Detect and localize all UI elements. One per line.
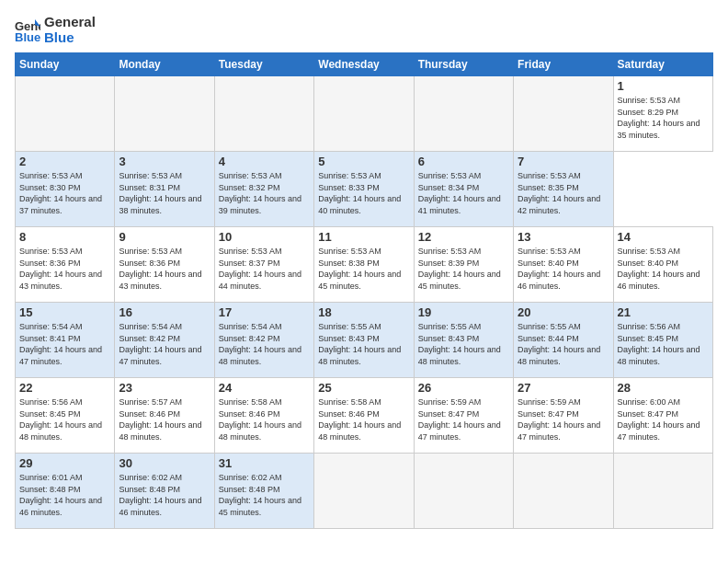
day-cell-26: 26 Sunrise: 5:59 AMSunset: 8:47 PMDaylig… xyxy=(414,378,513,454)
empty-cell xyxy=(613,454,712,529)
day-cell-7: 7 Sunrise: 5:53 AMSunset: 8:35 PMDayligh… xyxy=(514,152,613,227)
day-cell-4: 4 Sunrise: 5:53 AMSunset: 8:32 PMDayligh… xyxy=(214,152,313,227)
day-number: 18 xyxy=(318,305,409,319)
week-row-2: 2 Sunrise: 5:53 AMSunset: 8:30 PMDayligh… xyxy=(16,152,713,227)
day-cell-13: 13 Sunrise: 5:53 AMSunset: 8:40 PMDaylig… xyxy=(514,227,613,303)
day-cell-28: 28 Sunrise: 6:00 AMSunset: 8:47 PMDaylig… xyxy=(613,378,712,454)
col-header-thursday: Thursday xyxy=(414,53,513,76)
empty-cell xyxy=(514,454,613,529)
day-info: Sunrise: 5:53 AMSunset: 8:38 PMDaylight:… xyxy=(318,246,409,292)
day-number: 26 xyxy=(418,381,509,395)
day-number: 21 xyxy=(618,305,709,319)
day-number: 11 xyxy=(318,230,409,244)
day-cell-10: 10 Sunrise: 5:53 AMSunset: 8:37 PMDaylig… xyxy=(214,227,313,303)
day-cell-14: 14 Sunrise: 5:53 AMSunset: 8:40 PMDaylig… xyxy=(613,227,712,303)
day-info: Sunrise: 5:54 AMSunset: 8:42 PMDaylight:… xyxy=(119,321,210,367)
day-cell-1: 1 Sunrise: 5:53 AMSunset: 8:29 PMDayligh… xyxy=(613,76,712,152)
logo: General Blue General Blue xyxy=(15,15,96,45)
day-number: 12 xyxy=(418,230,509,244)
empty-cell xyxy=(16,76,115,152)
day-info: Sunrise: 5:53 AMSunset: 8:40 PMDaylight:… xyxy=(618,246,709,292)
day-cell-5: 5 Sunrise: 5:53 AMSunset: 8:33 PMDayligh… xyxy=(314,152,414,227)
day-info: Sunrise: 5:55 AMSunset: 8:43 PMDaylight:… xyxy=(318,321,409,367)
day-number: 28 xyxy=(618,381,709,395)
day-info: Sunrise: 5:58 AMSunset: 8:46 PMDaylight:… xyxy=(219,396,310,442)
day-cell-11: 11 Sunrise: 5:53 AMSunset: 8:38 PMDaylig… xyxy=(314,227,414,303)
day-cell-19: 19 Sunrise: 5:55 AMSunset: 8:43 PMDaylig… xyxy=(414,303,513,378)
day-cell-16: 16 Sunrise: 5:54 AMSunset: 8:42 PMDaylig… xyxy=(115,303,214,378)
week-row-6: 29 Sunrise: 6:01 AMSunset: 8:48 PMDaylig… xyxy=(16,454,713,529)
day-info: Sunrise: 6:00 AMSunset: 8:47 PMDaylight:… xyxy=(618,396,709,442)
empty-cell xyxy=(514,76,613,152)
day-number: 25 xyxy=(318,381,409,395)
day-number: 24 xyxy=(219,381,310,395)
logo-line1: General xyxy=(44,15,96,30)
day-info: Sunrise: 5:53 AMSunset: 8:37 PMDaylight:… xyxy=(219,246,310,292)
empty-cell xyxy=(414,454,513,529)
day-number: 30 xyxy=(119,456,210,470)
col-header-friday: Friday xyxy=(514,53,613,76)
day-number: 3 xyxy=(119,155,210,168)
header: General Blue General Blue xyxy=(15,15,713,45)
day-cell-15: 15 Sunrise: 5:54 AMSunset: 8:41 PMDaylig… xyxy=(16,303,115,378)
day-number: 8 xyxy=(19,230,110,244)
week-row-5: 22 Sunrise: 5:56 AMSunset: 8:45 PMDaylig… xyxy=(16,378,713,454)
day-info: Sunrise: 5:55 AMSunset: 8:43 PMDaylight:… xyxy=(418,321,509,367)
day-info: Sunrise: 6:02 AMSunset: 8:48 PMDaylight:… xyxy=(119,472,210,518)
day-info: Sunrise: 5:58 AMSunset: 8:46 PMDaylight:… xyxy=(318,396,409,442)
day-number: 13 xyxy=(518,230,609,244)
day-info: Sunrise: 6:01 AMSunset: 8:48 PMDaylight:… xyxy=(19,472,110,518)
day-cell-8: 8 Sunrise: 5:53 AMSunset: 8:36 PMDayligh… xyxy=(16,227,115,303)
day-number: 9 xyxy=(119,230,210,244)
day-info: Sunrise: 5:53 AMSunset: 8:36 PMDaylight:… xyxy=(19,246,110,292)
day-info: Sunrise: 5:54 AMSunset: 8:42 PMDaylight:… xyxy=(219,321,310,367)
day-cell-12: 12 Sunrise: 5:53 AMSunset: 8:39 PMDaylig… xyxy=(414,227,513,303)
day-number: 6 xyxy=(418,155,509,168)
day-info: Sunrise: 5:53 AMSunset: 8:33 PMDaylight:… xyxy=(318,170,409,216)
day-number: 23 xyxy=(119,381,210,395)
week-row-4: 15 Sunrise: 5:54 AMSunset: 8:41 PMDaylig… xyxy=(16,303,713,378)
col-header-monday: Monday xyxy=(115,53,214,76)
col-header-sunday: Sunday xyxy=(16,53,115,76)
day-cell-2: 2 Sunrise: 5:53 AMSunset: 8:30 PMDayligh… xyxy=(16,152,115,227)
day-cell-29: 29 Sunrise: 6:01 AMSunset: 8:48 PMDaylig… xyxy=(16,454,115,529)
day-number: 10 xyxy=(219,230,310,244)
col-header-wednesday: Wednesday xyxy=(314,53,414,76)
day-cell-6: 6 Sunrise: 5:53 AMSunset: 8:34 PMDayligh… xyxy=(414,152,513,227)
day-cell-22: 22 Sunrise: 5:56 AMSunset: 8:45 PMDaylig… xyxy=(16,378,115,454)
logo-line2: Blue xyxy=(44,30,96,46)
day-cell-18: 18 Sunrise: 5:55 AMSunset: 8:43 PMDaylig… xyxy=(314,303,414,378)
empty-cell xyxy=(214,76,313,152)
col-header-saturday: Saturday xyxy=(613,53,712,76)
day-info: Sunrise: 5:55 AMSunset: 8:44 PMDaylight:… xyxy=(518,321,609,367)
day-cell-27: 27 Sunrise: 5:59 AMSunset: 8:47 PMDaylig… xyxy=(514,378,613,454)
day-number: 15 xyxy=(19,305,110,319)
day-cell-25: 25 Sunrise: 5:58 AMSunset: 8:46 PMDaylig… xyxy=(314,378,414,454)
day-number: 19 xyxy=(418,305,509,319)
day-cell-21: 21 Sunrise: 5:56 AMSunset: 8:45 PMDaylig… xyxy=(613,303,712,378)
day-info: Sunrise: 5:57 AMSunset: 8:46 PMDaylight:… xyxy=(119,396,210,442)
day-info: Sunrise: 5:54 AMSunset: 8:41 PMDaylight:… xyxy=(19,321,110,367)
day-number: 16 xyxy=(119,305,210,319)
day-info: Sunrise: 5:53 AMSunset: 8:40 PMDaylight:… xyxy=(518,246,609,292)
day-cell-23: 23 Sunrise: 5:57 AMSunset: 8:46 PMDaylig… xyxy=(115,378,214,454)
day-cell-30: 30 Sunrise: 6:02 AMSunset: 8:48 PMDaylig… xyxy=(115,454,214,529)
col-header-tuesday: Tuesday xyxy=(214,53,313,76)
day-info: Sunrise: 5:56 AMSunset: 8:45 PMDaylight:… xyxy=(19,396,110,442)
day-cell-9: 9 Sunrise: 5:53 AMSunset: 8:36 PMDayligh… xyxy=(115,227,214,303)
empty-cell xyxy=(115,76,214,152)
svg-text:Blue: Blue xyxy=(15,30,40,43)
day-number: 7 xyxy=(518,155,609,168)
day-info: Sunrise: 5:53 AMSunset: 8:35 PMDaylight:… xyxy=(518,170,609,216)
day-cell-31: 31 Sunrise: 6:02 AMSunset: 8:48 PMDaylig… xyxy=(214,454,313,529)
day-info: Sunrise: 5:56 AMSunset: 8:45 PMDaylight:… xyxy=(618,321,709,367)
day-number: 20 xyxy=(518,305,609,319)
day-number: 5 xyxy=(318,155,409,168)
day-info: Sunrise: 5:59 AMSunset: 8:47 PMDaylight:… xyxy=(518,396,609,442)
day-number: 17 xyxy=(219,305,310,319)
day-number: 1 xyxy=(618,79,709,93)
empty-cell xyxy=(414,76,513,152)
day-info: Sunrise: 5:53 AMSunset: 8:31 PMDaylight:… xyxy=(119,170,210,216)
logo-icon: General Blue xyxy=(15,17,40,43)
header-row: SundayMondayTuesdayWednesdayThursdayFrid… xyxy=(16,53,713,76)
